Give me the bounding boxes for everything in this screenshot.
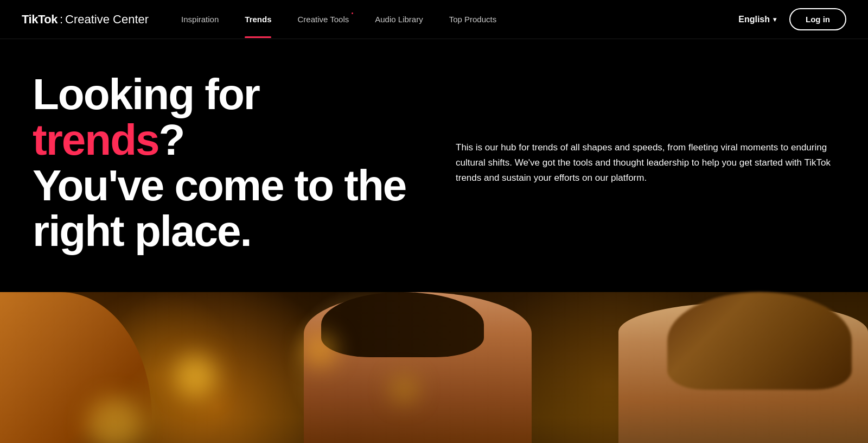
logo-separator: : — [60, 12, 63, 27]
nav-top-products[interactable]: Top Products — [449, 15, 497, 24]
language-label: English — [738, 15, 770, 24]
bokeh-light-2 — [304, 334, 336, 366]
hero-title-line2: You've come to the — [33, 161, 406, 210]
hero-description-text: This is our hub for trends of all shapes… — [456, 140, 835, 186]
hero-image: 💬 — [0, 292, 868, 443]
hero-headline: Looking for trends? You've come to the r… — [33, 72, 412, 254]
logo[interactable]: TikTok : Creative Center — [22, 12, 149, 27]
bokeh-light-4 — [391, 376, 418, 403]
main-nav: Inspiration Trends Creative Tools Audio … — [181, 15, 738, 24]
hero-photo — [0, 292, 868, 443]
hero-description: This is our hub for trends of all shapes… — [456, 140, 835, 186]
nav-inspiration[interactable]: Inspiration — [181, 15, 219, 24]
nav-audio-library[interactable]: Audio Library — [375, 15, 423, 24]
navbar: TikTok : Creative Center Inspiration Tre… — [0, 0, 868, 39]
bokeh-light-1 — [174, 355, 217, 398]
hero-title-part1: Looking for — [33, 70, 259, 118]
navbar-right: English ▾ Log in — [738, 8, 846, 30]
hero-title-line3: right place. — [33, 207, 251, 255]
hero-section: Looking for trends? You've come to the r… — [0, 39, 868, 292]
nav-creative-tools[interactable]: Creative Tools — [297, 15, 349, 24]
hero-title: Looking for trends? You've come to the r… — [33, 72, 412, 254]
chevron-down-icon: ▾ — [773, 16, 776, 23]
language-selector[interactable]: English ▾ — [738, 15, 776, 24]
nav-trends[interactable]: Trends — [245, 15, 271, 24]
logo-creative-center: Creative Center — [65, 12, 149, 27]
hero-title-part2: ? — [159, 116, 184, 164]
login-button[interactable]: Log in — [789, 8, 846, 30]
hero-title-highlight: trends — [33, 116, 159, 164]
logo-tiktok: TikTok — [22, 12, 58, 27]
